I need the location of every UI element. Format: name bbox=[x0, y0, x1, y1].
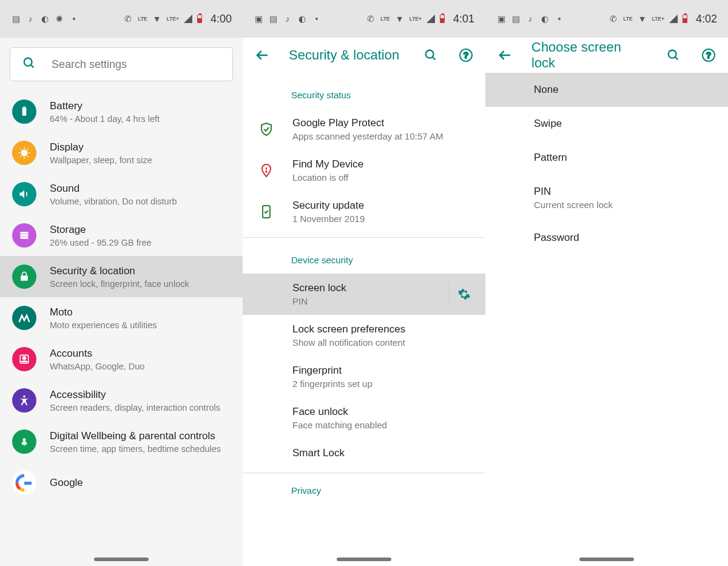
call-icon: ✆ bbox=[366, 14, 376, 24]
settings-item-accounts[interactable]: AccountsWhatsApp, Google, Duo bbox=[0, 339, 243, 380]
clock: 4:00 bbox=[211, 13, 232, 25]
search-icon bbox=[22, 56, 36, 72]
settings-item-security-location[interactable]: Security & locationScreen lock, fingerpr… bbox=[0, 256, 243, 297]
moon-icon: ◐ bbox=[297, 14, 307, 24]
security-item-fingerprint[interactable]: Fingerprint2 fingerprints set up bbox=[243, 356, 485, 397]
svg-rect-8 bbox=[21, 275, 28, 280]
lock-option-pattern[interactable]: Pattern bbox=[485, 141, 728, 175]
notif-icon: ▤ bbox=[11, 14, 21, 24]
item-title: Fingerprint bbox=[292, 365, 478, 377]
item-title: Sound bbox=[50, 183, 231, 195]
item-subtitle: Location is off bbox=[292, 172, 478, 183]
settings-item-storage[interactable]: Storage26% used - 95.29 GB free bbox=[0, 215, 243, 256]
item-title: Swipe bbox=[534, 118, 716, 130]
dot-icon: • bbox=[554, 14, 564, 24]
item-title: Password bbox=[534, 232, 716, 244]
settings-item-google[interactable]: Google bbox=[0, 462, 243, 504]
settings-screen: ▤ ♪ ◐ ✺ • ✆ LTE ▼ LTE+ 4:00 Battery64% -… bbox=[0, 0, 243, 566]
status-bar: ▤ ♪ ◐ ✺ • ✆ LTE ▼ LTE+ 4:00 bbox=[0, 0, 243, 38]
phone-check-icon bbox=[254, 204, 279, 219]
svg-rect-7 bbox=[20, 237, 28, 239]
svg-rect-5 bbox=[20, 232, 28, 234]
item-subtitle: Face matching enabled bbox=[292, 420, 478, 430]
choose-screen-lock-screen: ▣ ▤ ♪ ◐ • ✆ LTE ▼ LTE+ 4:02 Choose scree… bbox=[485, 0, 728, 566]
svg-text:?: ? bbox=[463, 50, 469, 60]
security-item-face-unlock[interactable]: Face unlockFace matching enabled bbox=[243, 397, 485, 439]
lock-option-none[interactable]: None bbox=[485, 73, 728, 107]
status-bar: ▣ ▤ ♪ ◐ • ✆ LTE ▼ LTE+ 4:01 bbox=[243, 0, 485, 38]
security-item-smart-lock[interactable]: Smart Lock bbox=[243, 439, 485, 468]
svg-text:?: ? bbox=[706, 50, 712, 60]
item-title: Storage bbox=[50, 224, 231, 236]
image-icon: ▣ bbox=[254, 14, 263, 24]
lte-plus-label: LTE+ bbox=[410, 16, 422, 22]
help-button[interactable]: ? bbox=[457, 47, 474, 64]
settings-item-battery[interactable]: Battery64% - About 1 day, 4 hrs left bbox=[0, 91, 243, 132]
clock: 4:01 bbox=[453, 13, 474, 25]
security-item-find-my-device[interactable]: Find My DeviceLocation is off bbox=[243, 150, 485, 191]
item-subtitle: PIN bbox=[292, 296, 436, 306]
item-title: Pattern bbox=[534, 152, 716, 164]
back-button[interactable] bbox=[254, 47, 271, 64]
wellbeing-icon bbox=[12, 430, 36, 454]
item-title: Face unlock bbox=[292, 406, 478, 418]
svg-line-1 bbox=[31, 65, 34, 68]
security-location-screen: ▣ ▤ ♪ ◐ • ✆ LTE ▼ LTE+ 4:01 Security & l… bbox=[243, 0, 485, 566]
item-title: Digital Wellbeing & parental controls bbox=[50, 430, 231, 442]
settings-item-sound[interactable]: SoundVolume, vibration, Do not disturb bbox=[0, 174, 243, 215]
help-button[interactable]: ? bbox=[700, 47, 717, 64]
notif-icon: ▤ bbox=[268, 14, 278, 24]
item-title: Smart Lock bbox=[292, 447, 478, 459]
settings-item-display[interactable]: DisplayWallpaper, sleep, font size bbox=[0, 132, 243, 174]
item-subtitle: Show all notification content bbox=[292, 337, 478, 348]
storage-icon bbox=[12, 223, 36, 248]
item-subtitle: 2 fingerprints set up bbox=[292, 379, 478, 389]
nav-pill[interactable] bbox=[337, 558, 391, 561]
search-button[interactable] bbox=[422, 47, 439, 64]
item-title: Lock screen preferences bbox=[292, 323, 478, 335]
security-item-screen-lock[interactable]: Screen lockPIN bbox=[243, 274, 485, 315]
search-button[interactable] bbox=[665, 47, 682, 64]
nav-pill[interactable] bbox=[579, 558, 634, 561]
music-icon: ♪ bbox=[283, 14, 292, 24]
dot-icon: • bbox=[69, 14, 79, 24]
back-button[interactable] bbox=[496, 47, 513, 64]
search-input[interactable] bbox=[52, 58, 220, 71]
item-subtitle: 26% used - 95.29 GB free bbox=[50, 238, 231, 248]
battery-icon bbox=[440, 15, 445, 23]
item-title: PIN bbox=[534, 186, 716, 198]
settings-item-accessibility[interactable]: AccessibilityScreen readers, display, in… bbox=[0, 380, 243, 421]
signal-icon bbox=[184, 15, 192, 23]
dot-icon: • bbox=[312, 14, 322, 24]
security-item-google-play-protect[interactable]: Google Play ProtectApps scanned yesterda… bbox=[243, 109, 485, 150]
moon-icon: ◐ bbox=[540, 14, 550, 24]
item-title: Accessibility bbox=[50, 389, 231, 401]
svg-point-4 bbox=[21, 150, 27, 155]
battery-icon bbox=[197, 15, 202, 23]
security-item-lock-screen-preferences[interactable]: Lock screen preferencesShow all notifica… bbox=[243, 315, 485, 356]
item-subtitle: Moto experiences & utilities bbox=[50, 320, 231, 330]
accessibility-icon bbox=[12, 388, 36, 413]
security-item-security-update[interactable]: Security update1 November 2019 bbox=[243, 191, 485, 232]
call-icon: ✆ bbox=[123, 14, 133, 24]
lock-option-pin[interactable]: PINCurrent screen lock bbox=[485, 175, 728, 221]
google-icon bbox=[12, 471, 36, 495]
moto-icon bbox=[12, 306, 36, 330]
nav-pill[interactable] bbox=[94, 558, 149, 561]
music-icon: ♪ bbox=[25, 14, 35, 24]
lte-label: LTE bbox=[623, 16, 632, 22]
item-title: Moto bbox=[50, 306, 231, 318]
fan-icon: ✺ bbox=[55, 14, 64, 24]
svg-point-12 bbox=[23, 438, 26, 441]
settings-item-digital-wellbeing-parental-controls[interactable]: Digital Wellbeing & parental controlsScr… bbox=[0, 421, 243, 462]
svg-point-0 bbox=[24, 58, 32, 66]
item-subtitle: Current screen lock bbox=[534, 200, 716, 210]
settings-item-moto[interactable]: MotoMoto experiences & utilities bbox=[0, 297, 243, 339]
lock-option-password[interactable]: Password bbox=[485, 221, 728, 255]
svg-rect-6 bbox=[20, 234, 28, 236]
app-bar: Choose screen lock ? bbox=[485, 38, 728, 73]
screen-lock-settings-button[interactable] bbox=[449, 282, 478, 306]
lock-option-swipe[interactable]: Swipe bbox=[485, 107, 728, 141]
search-settings[interactable] bbox=[10, 47, 233, 81]
svg-point-24 bbox=[669, 50, 676, 58]
